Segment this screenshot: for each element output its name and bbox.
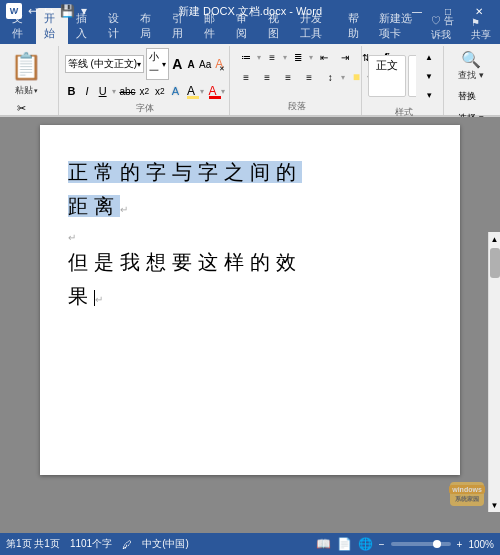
- paragraph-mark-1: ↵: [120, 204, 128, 215]
- change-case-button[interactable]: Aa: [199, 55, 211, 73]
- number-list-button[interactable]: ≡: [262, 48, 282, 66]
- zoom-out-button[interactable]: −: [379, 539, 385, 550]
- input-method-icon: 🖊: [122, 539, 132, 550]
- text-content-2: 但是我想要这样的效果: [68, 251, 302, 307]
- highlight-color-button[interactable]: A: [184, 82, 198, 100]
- document-page: 正常的字与字之间的距离↵ ↵ 但是我想要这样的效果↵: [40, 125, 460, 475]
- redo-button[interactable]: ↪: [42, 4, 56, 18]
- zoom-level[interactable]: 100%: [468, 539, 494, 550]
- style-no-spacing[interactable]: 无间隔: [408, 55, 416, 97]
- zoom-in-button[interactable]: +: [457, 539, 463, 550]
- multilevel-list-button[interactable]: ≣: [288, 48, 308, 66]
- font-size-value: 小一: [149, 50, 162, 78]
- styles-scroll-up[interactable]: ▲: [419, 48, 439, 66]
- bold-button[interactable]: B: [65, 82, 79, 100]
- subscript-button[interactable]: x2: [138, 82, 152, 100]
- zoom-thumb[interactable]: [433, 540, 441, 548]
- styles-more[interactable]: ▾: [419, 86, 439, 104]
- bullet-list-button[interactable]: ≔: [236, 48, 256, 66]
- vertical-scrollbar[interactable]: ▲ ▼: [488, 232, 500, 512]
- font-size-selector[interactable]: 小一 ▾: [146, 48, 169, 80]
- cut-button[interactable]: ✂: [10, 98, 32, 118]
- tab-custom[interactable]: 新建选项卡: [371, 8, 427, 44]
- clear-formatting-button[interactable]: A ✕: [213, 55, 225, 73]
- status-right: 📖 📄 🌐 − + 100%: [316, 537, 494, 551]
- save-button[interactable]: 💾: [58, 4, 77, 18]
- view-page-button[interactable]: 📄: [337, 537, 352, 551]
- scroll-down-button[interactable]: ▼: [489, 498, 501, 512]
- replace-button[interactable]: 替换: [456, 86, 478, 106]
- line-spacing-button[interactable]: ↕: [320, 68, 340, 86]
- font-color-button[interactable]: A: [206, 82, 220, 100]
- watermark-text: windows: [449, 485, 485, 494]
- font-group-label: 字体: [136, 100, 154, 115]
- font-size-dropdown-icon: ▾: [162, 60, 166, 69]
- superscript-button[interactable]: x2: [153, 82, 167, 100]
- language-info: 中文(中国): [142, 537, 189, 551]
- shrink-font-button[interactable]: A: [185, 55, 197, 73]
- share-button[interactable]: ⚑ 共享: [467, 15, 496, 44]
- ribbon-content: 📋 粘贴 ▾ ✂ ⎘ 🖌 剪贴板 等线 (中文正文) ▾: [0, 44, 500, 116]
- italic-button[interactable]: I: [80, 82, 94, 100]
- paste-label: 粘贴: [15, 84, 33, 97]
- font-name-dropdown-icon: ▾: [137, 60, 141, 69]
- tab-design[interactable]: 设计: [100, 8, 132, 44]
- justify-button[interactable]: ≡: [299, 68, 319, 86]
- find-button[interactable]: 🔍 查找 ▾: [456, 48, 486, 84]
- view-read-button[interactable]: 📖: [316, 537, 331, 551]
- watermark-badge: windows 系统家园: [450, 482, 484, 506]
- text-effects-button[interactable]: A: [169, 82, 183, 100]
- selected-text-1: 正常的字与字之间的距离: [68, 161, 302, 217]
- increase-indent-button[interactable]: ⇥: [335, 48, 355, 66]
- font-name-selector[interactable]: 等线 (中文正文) ▾: [65, 55, 144, 73]
- underline-button[interactable]: U: [96, 82, 110, 100]
- align-right-button[interactable]: ≡: [278, 68, 298, 86]
- document-container: ▲ ▼ 正常的字与字之间的距离↵ ↵ 但是我想要这样的效果↵ windows 系…: [0, 117, 500, 534]
- paragraph-mark-3: ↵: [95, 294, 103, 305]
- grow-font-button[interactable]: A: [171, 55, 183, 73]
- undo-button[interactable]: ↩: [26, 4, 40, 18]
- styles-group: 正文 无间隔 标题1 ▲ ▼ ▾ 样式: [364, 46, 444, 115]
- font-group: 等线 (中文正文) ▾ 小一 ▾ A A Aa A ✕ B I U: [61, 46, 231, 115]
- ribbon-tab-bar: 文件 开始 插入 设计 布局 引用 邮件 审阅 视图 开发工具 帮助 新建选项卡…: [0, 22, 500, 44]
- page-info: 第1页 共1页: [6, 537, 60, 551]
- styles-scroll-down[interactable]: ▼: [419, 67, 439, 85]
- find-icon: 🔍: [461, 50, 481, 69]
- style-gallery: 正文 无间隔 标题1: [368, 55, 416, 97]
- watermark-subtext: 系统家园: [455, 495, 479, 504]
- align-left-button[interactable]: ≡: [236, 68, 256, 86]
- editing-group: 🔍 查找 ▾ 替换 选择 ▾ 编辑: [446, 46, 496, 115]
- paragraph-mark-2: ↵: [68, 232, 76, 243]
- status-bar: 第1页 共1页 1101个字 🖊 中文(中国) 📖 📄 🌐 − + 100%: [0, 533, 500, 555]
- strikethrough-button[interactable]: abc: [119, 82, 135, 100]
- view-web-button[interactable]: 🌐: [358, 537, 373, 551]
- clipboard-group: 📋 粘贴 ▾ ✂ ⎘ 🖌 剪贴板: [4, 46, 59, 115]
- paste-dropdown-icon[interactable]: ▾: [34, 87, 38, 95]
- tab-help[interactable]: 帮助: [340, 8, 372, 44]
- tab-layout[interactable]: 布局: [132, 8, 164, 44]
- find-label: 查找 ▾: [458, 69, 484, 82]
- customize-qa-button[interactable]: ▾: [79, 4, 89, 18]
- scroll-up-button[interactable]: ▲: [489, 232, 501, 246]
- paragraph-group-label: 段落: [288, 98, 306, 113]
- align-center-button[interactable]: ≡: [257, 68, 277, 86]
- word-count: 1101个字: [70, 537, 112, 551]
- paste-button[interactable]: 📋: [8, 48, 44, 84]
- text-block-1: 正常的字与字之间的距离↵: [68, 155, 432, 223]
- style-normal[interactable]: 正文: [368, 55, 406, 97]
- decrease-indent-button[interactable]: ⇤: [314, 48, 334, 66]
- scroll-thumb[interactable]: [490, 248, 500, 278]
- empty-paragraph: ↵: [68, 227, 432, 237]
- ribbon-right-area: ♡ 告诉我 ⚑ 共享: [427, 12, 500, 44]
- tell-me-button[interactable]: ♡ 告诉我: [427, 12, 463, 44]
- font-name-value: 等线 (中文正文): [68, 57, 137, 71]
- quick-access-toolbar: ↩ ↪ 💾 ▾: [26, 4, 89, 18]
- paragraph-group: ≔ ▾ ≡ ▾ ≣ ▾ ⇤ ⇥ ⇅ ¶ ≡ ≡ ≡ ≡ ↕ ▾ ■ ▾ ⊞: [232, 46, 362, 115]
- zoom-slider[interactable]: [391, 542, 451, 546]
- text-block-2: 但是我想要这样的效果↵: [68, 245, 432, 313]
- paste-icon: 📋: [12, 50, 40, 82]
- window-title: 新建 DOCX 文档.docx - Word: [178, 4, 322, 19]
